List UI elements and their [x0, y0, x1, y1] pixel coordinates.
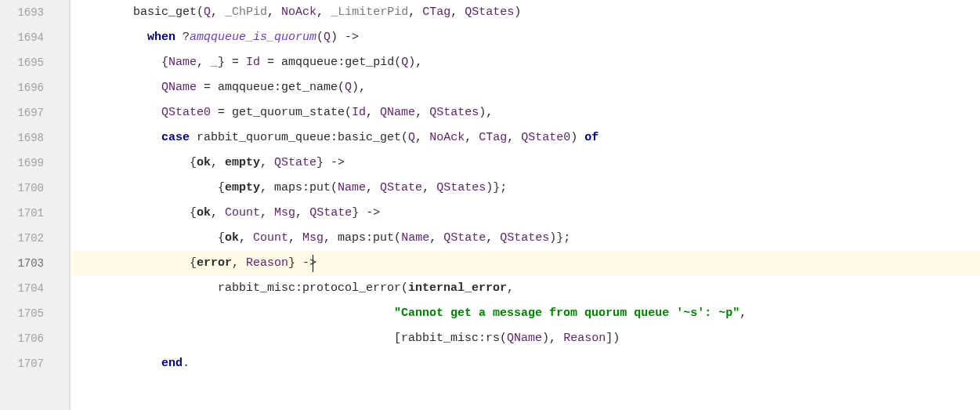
token: rabbit_misc:protocol_error( [77, 281, 408, 295]
token: , maps:put( [260, 181, 338, 194]
token: , [260, 156, 274, 169]
token-var: QState [380, 181, 422, 194]
indent [77, 106, 161, 119]
token-atom: ok [197, 206, 211, 220]
token-var: Msg [274, 206, 295, 220]
token: = get_quorum_state( [211, 106, 352, 119]
token-var: NoAck [429, 131, 465, 144]
token: ? [175, 31, 190, 44]
token-var: QState [274, 156, 316, 169]
indent [77, 81, 161, 94]
token: , [507, 281, 514, 295]
token: , [450, 5, 465, 19]
code-line[interactable]: {ok, Count, Msg, maps:put(Name, QState, … [71, 226, 980, 251]
code-editor[interactable]: 1693 1694 1695 1696 1697 1698 1699 1700 … [0, 0, 980, 410]
token-var: QStates [500, 231, 549, 245]
code-line[interactable]: end. [71, 351, 980, 376]
token-var: Reason [563, 332, 606, 345]
code-line-current[interactable]: {error, Reason} -> [71, 251, 980, 276]
token: , [415, 106, 429, 119]
token-var: CTag [479, 131, 507, 144]
token: { [77, 56, 168, 69]
token: ]) [606, 332, 620, 345]
token: } -> [352, 206, 380, 220]
token: { [77, 206, 197, 220]
token-var: _LimiterPid [331, 5, 408, 19]
code-line[interactable]: {ok, Count, Msg, QState} -> [71, 201, 980, 226]
line-number: 1696 [0, 75, 69, 100]
token: ) [514, 5, 521, 19]
code-line[interactable]: QState0 = get_quorum_state(Id, QName, QS… [71, 100, 980, 125]
line-number: 1700 [0, 176, 69, 201]
token: [rabbit_misc:rs( [77, 332, 507, 345]
line-number: 1704 [0, 276, 69, 301]
token-var: Q [324, 31, 331, 44]
token: , [295, 206, 309, 220]
token-var: Count [253, 231, 288, 245]
code-line[interactable]: rabbit_misc:protocol_error(internal_erro… [71, 276, 980, 301]
token-var: QState0 [161, 106, 211, 119]
indent [77, 5, 133, 19]
token: = amqqueue:get_name( [197, 81, 345, 94]
code-line[interactable]: basic_get(Q, _ChPid, NoAck, _LimiterPid,… [71, 0, 980, 25]
token: , [288, 231, 302, 245]
token: , [740, 307, 747, 320]
token: . [183, 357, 190, 370]
token-var: QName [161, 81, 197, 94]
token-var: Id [352, 106, 366, 119]
code-area[interactable]: basic_get(Q, _ChPid, NoAck, _LimiterPid,… [71, 0, 980, 410]
token: , [366, 181, 380, 194]
code-line[interactable]: {empty, maps:put(Name, QState, QStates)}… [71, 176, 980, 201]
code-line[interactable]: case rabbit_quorum_queue:basic_get(Q, No… [71, 125, 980, 151]
token: , [408, 5, 422, 19]
token: , [415, 131, 429, 144]
token-atom: empty [225, 181, 260, 194]
line-number: 1694 [0, 25, 69, 50]
token-var: QState0 [521, 131, 570, 144]
indent [77, 307, 394, 320]
token: ), [408, 56, 422, 69]
token-var: Count [225, 206, 260, 220]
token-var: Q [408, 131, 415, 144]
line-number: 1698 [0, 125, 69, 151]
token: , [465, 131, 479, 144]
line-number: 1699 [0, 151, 69, 176]
token-var: QName [380, 106, 415, 119]
token: ), [479, 106, 493, 119]
code-line[interactable]: {Name, _} = Id = amqqueue:get_pid(Q), [71, 50, 980, 75]
token: ), [542, 332, 563, 345]
code-line[interactable]: "Cannot get a message from quorum queue … [71, 301, 980, 326]
line-number: 1702 [0, 226, 69, 251]
token-var: QName [507, 332, 542, 345]
code-line[interactable]: [rabbit_misc:rs(QName), Reason]) [71, 326, 980, 351]
token: } -> [316, 156, 345, 169]
token-var: Reason [246, 256, 288, 270]
token-var: Msg [302, 231, 324, 245]
code-line[interactable]: when ?amqqueue_is_quorum(Q) -> [71, 25, 980, 50]
token: , maps:put( [324, 231, 401, 245]
token-var: Q [345, 81, 352, 94]
token: , [486, 231, 500, 245]
text-caret [313, 255, 313, 272]
token-var: Name [168, 56, 197, 69]
token: )}; [486, 181, 507, 194]
token-atom: ok [197, 156, 211, 169]
code-line[interactable]: QName = amqqueue:get_name(Q), [71, 75, 980, 100]
token-keyword: of [584, 131, 598, 144]
token: rabbit_quorum_queue:basic_get( [190, 131, 408, 144]
indent [77, 31, 147, 44]
token-keyword: when [147, 31, 175, 44]
code-line[interactable]: {ok, empty, QState} -> [71, 151, 980, 176]
token: { [77, 231, 225, 245]
token: , [211, 5, 225, 19]
token-var: Name [338, 181, 366, 194]
line-number: 1701 [0, 201, 69, 226]
token: ) -> [331, 31, 359, 44]
token: ), [352, 81, 366, 94]
token-keyword: end [161, 357, 183, 370]
token: basic_get( [133, 5, 204, 19]
token-var: NoAck [281, 5, 316, 19]
token: = amqqueue:get_pid( [260, 56, 401, 69]
token: )}; [549, 231, 570, 245]
token-atom: ok [225, 231, 239, 245]
